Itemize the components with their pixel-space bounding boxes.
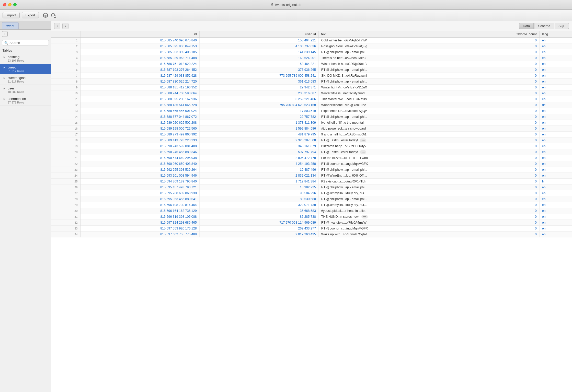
table-row[interactable]: 3815 585 903 389 405 185141 339 145RT @p… [51,49,572,55]
cell-rownum: 14 [51,114,80,120]
col-header-lang: lang [539,31,572,38]
sidebar-item-usermention[interactable]: ▶ usermention 37 573 Rows [0,95,51,106]
cell-text: Winter light #r...co/eIEYKVDZuX [318,85,467,90]
maximize-button[interactable] [13,3,17,6]
cell-id: 815 595 457 493 790 721 [80,185,199,190]
cell-id: 815 592 255 398 539 264 [80,167,199,173]
tab-bar: tweet [0,21,51,30]
search-input[interactable] [9,41,47,45]
sidebar-item-name-usermention: usermention [8,97,26,101]
table-row[interactable]: 20815 590 246 456 889 346597 797 794RT @… [51,149,572,155]
cell-user-id: 2 806 472 778 [199,155,318,161]
cell-rownum: 17 [51,132,80,137]
table-row[interactable]: 28815 595 963 456 880 64189 530 680RT @p… [51,196,572,202]
search-icon: 🔍 [4,41,8,45]
sidebar-item-hashtag[interactable]: ▶ hashtag 23 197 Rows [0,53,51,64]
table-row[interactable]: 26815 595 457 493 790 72118 982 225RT @p… [51,185,572,190]
sidebar-arrow-hashtag: ▶ [4,56,6,58]
table-row[interactable]: 12815 588 435 541 065 728795 706 834 623… [51,102,572,108]
sidebar-item-user[interactable]: ▶ user 40 682 Rows [0,85,51,95]
table-row[interactable]: 9815 588 181 412 196 35229 942 371Winter… [51,85,572,90]
cell-id: 815 589 198 006 722 560 [80,126,199,132]
overflow-indicator: ••• [360,139,367,142]
add-table-button[interactable]: + [2,31,8,37]
data-table-wrapper[interactable]: iduser_idtextfavorite_countlang 1815 585… [51,31,572,392]
table-row[interactable]: 31815 596 319 398 105 08885 285 738THE H… [51,214,572,220]
table-row[interactable]: 18815 589 413 728 223 2332 328 287 508RT… [51,137,572,143]
table-row[interactable]: 13815 588 665 456 001 02417 803 519Exper… [51,108,572,114]
cell-text: Wunderschöne...via @YouTube [318,102,467,108]
cell-favorite-count: 0 [467,85,539,90]
col-header-id: id [80,31,199,38]
schema-view-button[interactable]: Schema [534,23,554,29]
table-row[interactable]: 33815 597 553 920 176 128269 433 277RT @… [51,226,572,232]
table-row[interactable]: 14815 588 677 044 867 07222 757 782RT @p… [51,114,572,120]
table-row[interactable]: 17815 589 273 499 860 992481 879 7959 an… [51,132,572,137]
table-row[interactable]: 7815 587 429 033 852 928773 695 789 000 … [51,73,572,79]
minimize-button[interactable] [8,3,12,6]
table-row[interactable]: 34815 597 602 755 775 4882 017 263 435Wa… [51,232,572,237]
data-view-button[interactable]: Data [519,23,534,29]
sql-view-button[interactable]: SQL [555,23,569,29]
nav-next-button[interactable]: › [62,23,68,29]
table-row[interactable]: 1815 585 740 096 675 840153 464 221Cold … [51,38,572,43]
table-row[interactable]: 10815 588 244 708 593 664235 316 687Wint… [51,90,572,96]
cell-id: 815 588 665 456 001 024 [80,108,199,114]
cell-favorite-count: 0 [467,161,539,167]
cell-rownum: 29 [51,202,80,208]
cell-user-id: 597 797 794 [199,149,318,155]
sidebar-item-name-tweet: tweet [8,65,16,69]
cell-rownum: 25 [51,179,80,185]
sidebar-search-box[interactable]: 🔍 [2,40,49,46]
nav-prev-button[interactable]: ‹ [54,23,60,29]
cell-text: THE HUND...n stores now! ••• [318,214,467,220]
table-row[interactable]: 8815 587 830 525 214 720361 613 583RT @p… [51,79,572,85]
table-row[interactable]: 16815 589 198 006 722 5601 599 884 586#j… [51,126,572,132]
table-row[interactable]: 27815 595 768 639 868 93090 504 296RT @J… [51,190,572,196]
table-row[interactable]: 15815 589 020 625 502 2081 378 411 309Iv… [51,120,572,126]
cell-lang: en [539,226,572,232]
table-row[interactable]: 21815 590 574 640 295 9382 806 472 778Fo… [51,155,572,161]
close-button[interactable] [3,3,6,6]
table-row[interactable]: 2815 585 895 936 049 1534 106 737 036Ros… [51,43,572,49]
cell-id: 815 585 903 389 405 185 [80,49,199,55]
table-row[interactable]: 24815 593 201 008 594 9462 832 021 134RT… [51,173,572,179]
db-icon: 🗄 [271,3,274,7]
table-row[interactable]: 25815 594 309 189 795 8401 712 841 384K2… [51,179,572,185]
db-icon-1[interactable] [42,12,49,19]
sidebar-item-tweet[interactable]: ▶ tweet 51 617 Rows [0,64,51,74]
sidebar-item-name-hashtag: hashtag [8,55,19,59]
sidebar-item-tweetoriginal[interactable]: ▶ tweetoriginal 51 617 Rows [0,74,51,85]
sidebar-arrow-tweetoriginal: ▶ [4,77,6,79]
cell-lang: en [539,55,572,61]
table-row[interactable]: 22815 590 960 650 403 8404 254 193 258RT… [51,161,572,167]
import-button[interactable]: Import [3,12,20,18]
main-layout: tweet + 🔍 Tables ▶ hashtag 23 197 Rows ▶… [0,21,572,392]
table-row[interactable]: 32815 597 324 298 686 465717 970 063 114… [51,220,572,226]
cell-text: Winter fitness...net facility fund. [318,90,467,96]
cell-user-id: 361 613 583 [199,79,318,85]
export-button[interactable]: Export [22,12,39,18]
sidebar-arrow-user: ▶ [4,87,6,90]
db-icon-2[interactable]: + [50,12,57,19]
cell-user-id: 3 259 221 486 [199,96,318,102]
cell-id: 815 597 553 920 176 128 [80,226,199,232]
table-row[interactable]: 11815 588 395 200 167 9363 259 221 486Th… [51,96,572,102]
table-row[interactable]: 6815 587 193 276 264 452376 936 265RT @p… [51,67,572,73]
table-row[interactable]: 29815 596 108 730 814 464322 071 738RT @… [51,202,572,208]
table-row[interactable]: 5815 586 751 012 020 224153 464 221Winte… [51,61,572,67]
cell-user-id: 22 757 782 [199,114,318,120]
cell-rownum: 8 [51,79,80,85]
table-row[interactable]: 4815 585 939 963 711 488168 624 201There… [51,55,572,61]
table-row[interactable]: 19815 590 243 592 081 408345 161 879Bliz… [51,143,572,149]
cell-favorite-count: 0 [467,38,539,43]
cell-text: RT @Eastm...ester today! ••• [318,137,467,143]
cell-id: 815 587 830 525 214 720 [80,79,199,85]
overflow-indicator: ••• [360,150,367,154]
col-rownum [51,31,80,38]
cell-id: 815 596 108 730 814 464 [80,202,199,208]
table-row[interactable]: 23815 592 255 398 539 26419 487 496RT @p… [51,167,572,173]
cell-id: 815 585 939 963 711 488 [80,55,199,61]
tab-tweet[interactable]: tweet [2,22,19,29]
table-row[interactable]: 30815 596 164 162 736 12935 668 583#yous… [51,208,572,214]
